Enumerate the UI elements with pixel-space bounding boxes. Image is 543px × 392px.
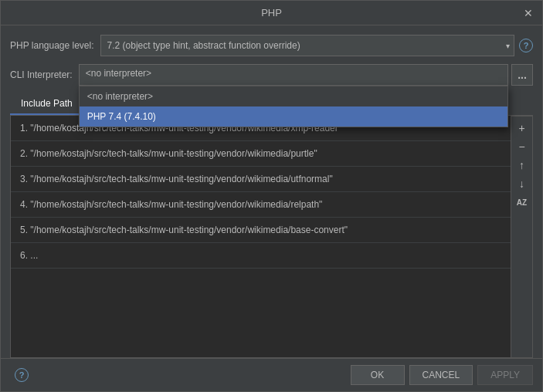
move-up-button[interactable]: ↑ [514,157,531,174]
list-item[interactable]: 4. "/home/kostajh/src/tech-talks/mw-unit… [11,192,511,218]
footer-help-icon[interactable]: ? [15,368,29,382]
footer-help: ? [10,368,29,382]
include-path-list: 1. "/home/kostajh/src/tech-talks/mw-unit… [10,116,511,358]
list-item[interactable]: 6. ... [11,243,511,269]
remove-path-button[interactable]: − [514,138,531,155]
close-button[interactable]: ✕ [521,5,536,21]
cli-interpreter-input[interactable]: <no interpreter> [79,64,508,86]
php-dialog: PHP ✕ PHP language level: 7.2 (object ty… [0,0,543,392]
cli-option-php74[interactable]: PHP 7.4 (7.4.10) [80,106,507,127]
tab-include-path[interactable]: Include Path [10,93,83,115]
cli-interpreter-dropdown-wrapper: <no interpreter> <no interpreter> PHP 7.… [79,64,508,86]
php-level-label: PHP language level: [10,40,94,51]
cli-interpreter-row: CLI Interpreter: <no interpreter> <no in… [10,64,533,86]
list-and-toolbar: 1. "/home/kostajh/src/tech-talks/mw-unit… [10,116,533,358]
php-level-select[interactable]: 7.2 (object type hint, abstract function… [100,35,514,56]
ok-button[interactable]: OK [351,365,405,385]
list-toolbar: + − ↑ ↓ AZ [511,116,533,358]
cancel-button[interactable]: CANCEL [409,365,473,385]
add-path-button[interactable]: + [514,120,531,137]
php-level-row: PHP language level: 7.2 (object type hin… [10,35,533,56]
move-down-button[interactable]: ↓ [514,175,531,192]
cli-interpreter-label: CLI Interpreter: [10,69,73,80]
php-level-select-wrapper: 7.2 (object type hint, abstract function… [100,35,514,56]
cli-option-no-interpreter[interactable]: <no interpreter> [80,86,507,106]
apply-button[interactable]: APPLY [477,365,533,385]
cli-interpreter-dropdown: <no interpreter> PHP 7.4 (7.4.10) [79,86,508,127]
list-item[interactable]: 2. "/home/kostajh/src/tech-talks/mw-unit… [11,141,511,167]
title-bar: PHP ✕ [1,1,542,25]
footer-buttons: OK CANCEL APPLY [351,365,534,385]
list-item[interactable]: 3. "/home/kostajh/src/tech-talks/mw-unit… [11,167,511,192]
cli-interpreter-dots-button[interactable]: ... [511,64,533,86]
dialog-footer: ? OK CANCEL APPLY [1,358,542,391]
dialog-content: PHP language level: 7.2 (object type hin… [1,25,542,358]
cli-interpreter-value: <no interpreter> [86,68,151,79]
php-level-help-icon[interactable]: ? [519,39,533,52]
sort-button[interactable]: AZ [514,194,531,211]
dialog-title: PHP [261,7,282,19]
list-item[interactable]: 5. "/home/kostajh/src/tech-talks/mw-unit… [11,218,511,243]
